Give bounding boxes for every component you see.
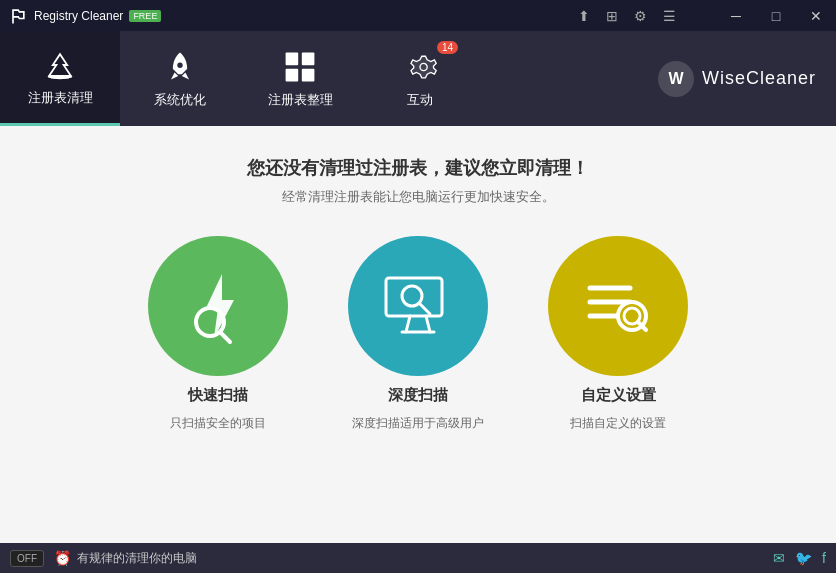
settings-icon[interactable]: ⚙ xyxy=(634,8,647,24)
minimize-button[interactable]: ─ xyxy=(716,0,756,31)
feature-deep-scan[interactable]: 深度扫描 深度扫描适用于高级用户 xyxy=(348,236,488,432)
svg-rect-2 xyxy=(302,52,315,65)
email-icon[interactable]: ✉ xyxy=(773,550,785,566)
svg-rect-3 xyxy=(286,68,299,81)
svg-rect-1 xyxy=(286,52,299,65)
logo: W WiseCleaner xyxy=(658,31,836,126)
main-headline: 您还没有清理过注册表，建议您立即清理！ xyxy=(247,156,589,180)
status-toggle[interactable]: OFF xyxy=(10,550,44,567)
nav-label-registry: 注册表清理 xyxy=(28,89,93,107)
nav-item-registry[interactable]: 注册表清理 xyxy=(0,31,120,126)
status-right-icons: ✉ 🐦 f xyxy=(773,550,826,566)
svg-line-9 xyxy=(406,316,410,332)
maximize-button[interactable]: □ xyxy=(756,0,796,31)
svg-line-10 xyxy=(426,316,430,332)
feature-custom-scan[interactable]: 自定义设置 扫描自定义的设置 xyxy=(548,236,688,432)
feature-quick-scan[interactable]: 快速扫描 只扫描安全的项目 xyxy=(148,236,288,432)
svg-point-0 xyxy=(177,62,182,67)
features-container: 快速扫描 只扫描安全的项目 深度扫描 深度扫描适用于高级用户 xyxy=(148,236,688,432)
close-button[interactable]: ✕ xyxy=(796,0,836,31)
nav-item-defrag[interactable]: 注册表整理 xyxy=(240,31,360,126)
custom-scan-title: 自定义设置 xyxy=(581,386,656,405)
quick-scan-circle xyxy=(148,236,288,376)
menu-icon[interactable]: ☰ xyxy=(663,8,676,24)
main-content: 您还没有清理过注册表，建议您立即清理！ 经常清理注册表能让您电脑运行更加快速安全… xyxy=(0,126,836,543)
app-icon xyxy=(8,6,28,26)
logo-text: WiseCleaner xyxy=(702,68,816,89)
nav-item-interact[interactable]: 14 互动 xyxy=(360,31,480,126)
registry-nav-icon xyxy=(42,47,78,83)
twitter-icon[interactable]: 🐦 xyxy=(795,550,812,566)
custom-scan-desc: 扫描自定义的设置 xyxy=(570,415,666,432)
defrag-nav-icon xyxy=(282,49,318,85)
svg-line-13 xyxy=(419,303,430,314)
window-controls: ─ □ ✕ xyxy=(716,0,836,31)
quick-scan-desc: 只扫描安全的项目 xyxy=(170,415,266,432)
grid-icon[interactable]: ⊞ xyxy=(606,8,618,24)
custom-scan-circle xyxy=(548,236,688,376)
system-nav-icon xyxy=(162,49,198,85)
svg-rect-8 xyxy=(386,278,442,316)
quick-scan-icon xyxy=(178,266,258,346)
quick-scan-title: 快速扫描 xyxy=(188,386,248,405)
toolbar-icons: ⬆ ⊞ ⚙ ☰ xyxy=(578,0,676,31)
deep-scan-title: 深度扫描 xyxy=(388,386,448,405)
nav-bar: 注册表清理 系统优化 注册表整理 14 互动 W xyxy=(0,31,836,126)
facebook-icon[interactable]: f xyxy=(822,550,826,566)
nav-label-defrag: 注册表整理 xyxy=(268,91,333,109)
logo-circle: W xyxy=(658,61,694,97)
clock-icon: ⏰ xyxy=(54,550,71,566)
interact-nav-icon xyxy=(402,49,438,85)
svg-rect-4 xyxy=(302,68,315,81)
free-badge: FREE xyxy=(129,10,161,22)
deep-scan-icon xyxy=(378,266,458,346)
app-title: Registry Cleaner xyxy=(34,9,123,23)
nav-label-system: 系统优化 xyxy=(154,91,206,109)
status-text: 有规律的清理你的电脑 xyxy=(77,550,197,567)
nav-label-interact: 互动 xyxy=(407,91,433,109)
status-bar: OFF ⏰ 有规律的清理你的电脑 ✉ 🐦 f xyxy=(0,543,836,573)
deep-scan-desc: 深度扫描适用于高级用户 xyxy=(352,415,484,432)
logo-letter: W xyxy=(668,70,683,88)
interact-badge: 14 xyxy=(437,41,458,54)
cloud-icon[interactable]: ⬆ xyxy=(578,8,590,24)
custom-scan-icon xyxy=(578,266,658,346)
nav-item-system[interactable]: 系统优化 xyxy=(120,31,240,126)
svg-line-7 xyxy=(220,332,230,342)
main-subheadline: 经常清理注册表能让您电脑运行更加快速安全。 xyxy=(282,188,555,206)
deep-scan-circle xyxy=(348,236,488,376)
title-bar: Registry Cleaner FREE ⬆ ⊞ ⚙ ☰ ─ □ ✕ xyxy=(0,0,836,31)
